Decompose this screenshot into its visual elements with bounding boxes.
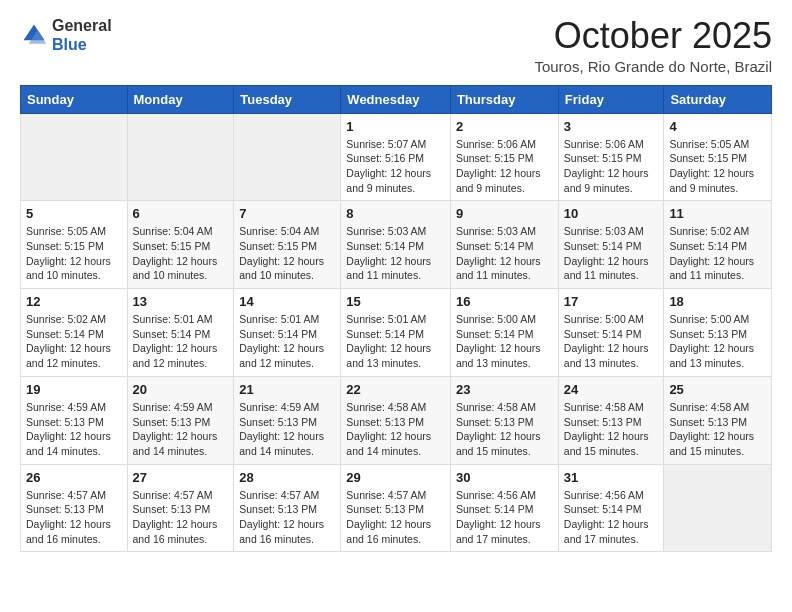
day-info: Sunrise: 5:06 AMSunset: 5:15 PMDaylight:… [456,137,553,196]
calendar-week-5: 26Sunrise: 4:57 AMSunset: 5:13 PMDayligh… [21,464,772,552]
day-info: Sunrise: 5:06 AMSunset: 5:15 PMDaylight:… [564,137,659,196]
day-number: 28 [239,470,335,485]
calendar-cell: 22Sunrise: 4:58 AMSunset: 5:13 PMDayligh… [341,376,451,464]
calendar-cell [234,113,341,201]
day-number: 20 [133,382,229,397]
calendar-cell: 27Sunrise: 4:57 AMSunset: 5:13 PMDayligh… [127,464,234,552]
day-info: Sunrise: 5:00 AMSunset: 5:14 PMDaylight:… [456,312,553,371]
calendar-cell: 31Sunrise: 4:56 AMSunset: 5:14 PMDayligh… [558,464,664,552]
calendar-cell: 15Sunrise: 5:01 AMSunset: 5:14 PMDayligh… [341,289,451,377]
calendar-week-3: 12Sunrise: 5:02 AMSunset: 5:14 PMDayligh… [21,289,772,377]
day-info: Sunrise: 4:56 AMSunset: 5:14 PMDaylight:… [456,488,553,547]
day-number: 5 [26,206,122,221]
day-info: Sunrise: 5:05 AMSunset: 5:15 PMDaylight:… [26,224,122,283]
day-info: Sunrise: 5:07 AMSunset: 5:16 PMDaylight:… [346,137,445,196]
calendar-week-4: 19Sunrise: 4:59 AMSunset: 5:13 PMDayligh… [21,376,772,464]
day-number: 6 [133,206,229,221]
title-section: October 2025 Touros, Rio Grande do Norte… [534,16,772,75]
day-number: 13 [133,294,229,309]
calendar-cell: 8Sunrise: 5:03 AMSunset: 5:14 PMDaylight… [341,201,451,289]
calendar-cell: 28Sunrise: 4:57 AMSunset: 5:13 PMDayligh… [234,464,341,552]
day-number: 8 [346,206,445,221]
day-info: Sunrise: 4:56 AMSunset: 5:14 PMDaylight:… [564,488,659,547]
day-info: Sunrise: 5:03 AMSunset: 5:14 PMDaylight:… [564,224,659,283]
day-info: Sunrise: 4:58 AMSunset: 5:13 PMDaylight:… [456,400,553,459]
day-number: 1 [346,119,445,134]
day-number: 16 [456,294,553,309]
day-info: Sunrise: 5:01 AMSunset: 5:14 PMDaylight:… [239,312,335,371]
logo: General Blue [20,16,112,54]
day-info: Sunrise: 4:58 AMSunset: 5:13 PMDaylight:… [669,400,766,459]
logo-text: General Blue [52,16,112,54]
day-number: 4 [669,119,766,134]
header-saturday: Saturday [664,85,772,113]
day-number: 3 [564,119,659,134]
header-friday: Friday [558,85,664,113]
page-container: General Blue October 2025 Touros, Rio Gr… [0,0,792,572]
calendar-cell: 18Sunrise: 5:00 AMSunset: 5:13 PMDayligh… [664,289,772,377]
day-info: Sunrise: 4:59 AMSunset: 5:13 PMDaylight:… [133,400,229,459]
day-number: 26 [26,470,122,485]
day-info: Sunrise: 4:57 AMSunset: 5:13 PMDaylight:… [26,488,122,547]
calendar-cell: 25Sunrise: 4:58 AMSunset: 5:13 PMDayligh… [664,376,772,464]
calendar-cell: 9Sunrise: 5:03 AMSunset: 5:14 PMDaylight… [450,201,558,289]
day-number: 25 [669,382,766,397]
day-info: Sunrise: 5:02 AMSunset: 5:14 PMDaylight:… [669,224,766,283]
logo-icon [20,21,48,49]
header-thursday: Thursday [450,85,558,113]
day-number: 2 [456,119,553,134]
calendar-cell: 16Sunrise: 5:00 AMSunset: 5:14 PMDayligh… [450,289,558,377]
calendar-cell: 2Sunrise: 5:06 AMSunset: 5:15 PMDaylight… [450,113,558,201]
calendar-week-1: 1Sunrise: 5:07 AMSunset: 5:16 PMDaylight… [21,113,772,201]
month-title: October 2025 [534,16,772,56]
calendar-cell: 13Sunrise: 5:01 AMSunset: 5:14 PMDayligh… [127,289,234,377]
day-info: Sunrise: 5:05 AMSunset: 5:15 PMDaylight:… [669,137,766,196]
day-number: 22 [346,382,445,397]
location: Touros, Rio Grande do Norte, Brazil [534,58,772,75]
calendar-cell: 24Sunrise: 4:58 AMSunset: 5:13 PMDayligh… [558,376,664,464]
header-monday: Monday [127,85,234,113]
calendar-cell: 10Sunrise: 5:03 AMSunset: 5:14 PMDayligh… [558,201,664,289]
day-number: 17 [564,294,659,309]
day-number: 27 [133,470,229,485]
calendar-table: Sunday Monday Tuesday Wednesday Thursday… [20,85,772,553]
day-number: 21 [239,382,335,397]
calendar-cell: 7Sunrise: 5:04 AMSunset: 5:15 PMDaylight… [234,201,341,289]
day-info: Sunrise: 4:57 AMSunset: 5:13 PMDaylight:… [133,488,229,547]
calendar-cell: 1Sunrise: 5:07 AMSunset: 5:16 PMDaylight… [341,113,451,201]
calendar-cell: 17Sunrise: 5:00 AMSunset: 5:14 PMDayligh… [558,289,664,377]
day-number: 9 [456,206,553,221]
day-info: Sunrise: 5:01 AMSunset: 5:14 PMDaylight:… [133,312,229,371]
day-number: 19 [26,382,122,397]
day-number: 10 [564,206,659,221]
calendar-cell: 20Sunrise: 4:59 AMSunset: 5:13 PMDayligh… [127,376,234,464]
day-number: 12 [26,294,122,309]
day-number: 31 [564,470,659,485]
day-info: Sunrise: 5:03 AMSunset: 5:14 PMDaylight:… [346,224,445,283]
calendar-header-row: Sunday Monday Tuesday Wednesday Thursday… [21,85,772,113]
day-number: 18 [669,294,766,309]
day-info: Sunrise: 5:04 AMSunset: 5:15 PMDaylight:… [239,224,335,283]
calendar-cell: 14Sunrise: 5:01 AMSunset: 5:14 PMDayligh… [234,289,341,377]
day-number: 24 [564,382,659,397]
calendar-cell: 12Sunrise: 5:02 AMSunset: 5:14 PMDayligh… [21,289,128,377]
calendar-week-2: 5Sunrise: 5:05 AMSunset: 5:15 PMDaylight… [21,201,772,289]
calendar-cell: 4Sunrise: 5:05 AMSunset: 5:15 PMDaylight… [664,113,772,201]
calendar-cell: 30Sunrise: 4:56 AMSunset: 5:14 PMDayligh… [450,464,558,552]
header: General Blue October 2025 Touros, Rio Gr… [20,16,772,75]
day-info: Sunrise: 4:59 AMSunset: 5:13 PMDaylight:… [26,400,122,459]
day-number: 11 [669,206,766,221]
calendar-cell: 6Sunrise: 5:04 AMSunset: 5:15 PMDaylight… [127,201,234,289]
day-info: Sunrise: 4:57 AMSunset: 5:13 PMDaylight:… [239,488,335,547]
day-number: 7 [239,206,335,221]
calendar-cell [21,113,128,201]
calendar-cell: 19Sunrise: 4:59 AMSunset: 5:13 PMDayligh… [21,376,128,464]
day-info: Sunrise: 5:03 AMSunset: 5:14 PMDaylight:… [456,224,553,283]
day-number: 30 [456,470,553,485]
day-info: Sunrise: 5:01 AMSunset: 5:14 PMDaylight:… [346,312,445,371]
day-info: Sunrise: 4:57 AMSunset: 5:13 PMDaylight:… [346,488,445,547]
header-sunday: Sunday [21,85,128,113]
calendar-cell [664,464,772,552]
calendar-cell: 21Sunrise: 4:59 AMSunset: 5:13 PMDayligh… [234,376,341,464]
day-number: 29 [346,470,445,485]
